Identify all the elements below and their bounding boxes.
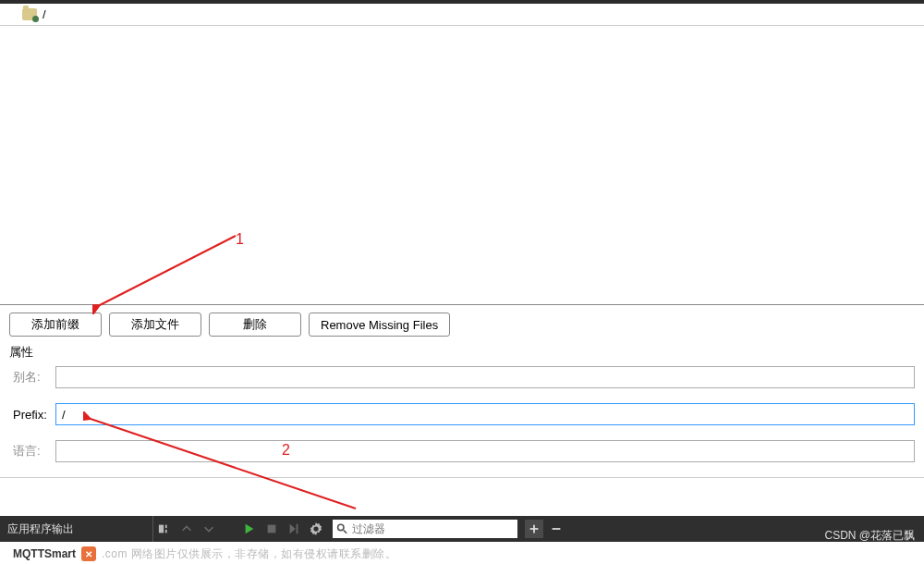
button-row: 添加前缀 添加文件 删除 Remove Missing Files bbox=[0, 305, 924, 342]
prefix-input[interactable] bbox=[55, 403, 915, 425]
svg-rect-1 bbox=[165, 525, 167, 529]
properties-title: 属性 bbox=[0, 342, 924, 366]
delete-button[interactable]: 删除 bbox=[209, 313, 301, 337]
play-icon[interactable] bbox=[238, 516, 261, 542]
properties-form: 别名: Prefix: 语言: bbox=[0, 366, 924, 462]
filter-input[interactable] bbox=[352, 522, 514, 535]
minus-icon[interactable] bbox=[545, 516, 567, 542]
tree-area[interactable] bbox=[0, 26, 924, 305]
svg-rect-2 bbox=[165, 530, 167, 533]
alias-input[interactable] bbox=[55, 366, 915, 388]
filter-box[interactable] bbox=[333, 520, 517, 538]
prefix-row: Prefix: bbox=[13, 403, 915, 425]
output-label: 应用程序输出 bbox=[0, 521, 152, 537]
add-prefix-button[interactable]: 添加前缀 bbox=[9, 313, 102, 337]
path-bar: / bbox=[0, 4, 924, 26]
svg-line-6 bbox=[344, 531, 346, 533]
prefix-label: Prefix: bbox=[13, 408, 55, 422]
status-note: .com 网络图片仅供展示，非存储，如有侵权请联系删除。 bbox=[102, 546, 396, 562]
lang-row: 语言: bbox=[13, 440, 915, 462]
lang-label: 语言: bbox=[13, 443, 55, 460]
alias-label: 别名: bbox=[13, 369, 55, 386]
close-badge-icon[interactable]: ✕ bbox=[81, 546, 96, 561]
status-app: MQTTSmart bbox=[13, 547, 76, 560]
search-icon bbox=[336, 522, 348, 535]
output-bar: 应用程序输出 bbox=[0, 516, 924, 542]
lang-input[interactable] bbox=[55, 440, 915, 462]
plus-icon[interactable] bbox=[525, 520, 543, 538]
up-icon[interactable] bbox=[176, 516, 198, 542]
gear-icon[interactable] bbox=[305, 516, 327, 542]
step-icon[interactable] bbox=[283, 516, 305, 542]
annotation-label-2: 2 bbox=[282, 442, 290, 459]
stop-icon[interactable] bbox=[261, 516, 283, 542]
path-text: / bbox=[43, 7, 46, 21]
alias-row: 别名: bbox=[13, 366, 915, 388]
watermark: CSDN @花落已飘 bbox=[824, 528, 915, 544]
svg-rect-0 bbox=[159, 525, 164, 533]
layout-icon[interactable] bbox=[153, 516, 176, 542]
remove-missing-button[interactable]: Remove Missing Files bbox=[309, 313, 450, 337]
svg-point-5 bbox=[338, 524, 344, 530]
add-file-button[interactable]: 添加文件 bbox=[109, 313, 201, 337]
spacer bbox=[0, 477, 924, 516]
folder-icon bbox=[22, 8, 37, 20]
annotation-label-1: 1 bbox=[236, 231, 244, 248]
status-bar: MQTTSmart ✕ .com 网络图片仅供展示，非存储，如有侵权请联系删除。 bbox=[0, 542, 924, 564]
svg-rect-4 bbox=[297, 524, 298, 534]
down-icon[interactable] bbox=[198, 516, 220, 542]
svg-rect-3 bbox=[268, 525, 276, 533]
